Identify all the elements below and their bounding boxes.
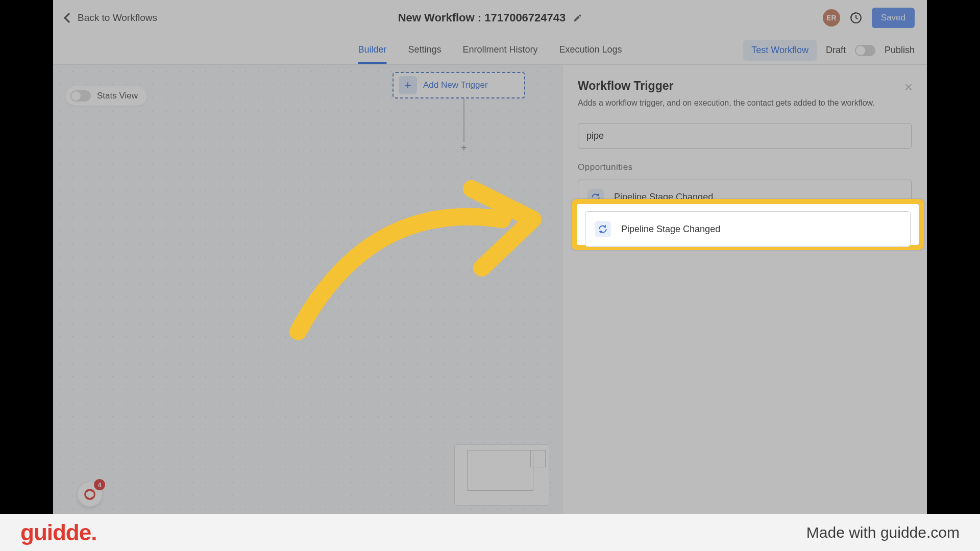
tab-bar: Builder Settings Enrollment History Exec… <box>53 36 927 65</box>
section-opportunities: Opportunities <box>578 162 912 172</box>
notification-badge: 4 <box>94 479 105 490</box>
trigger-option-pipeline-stage-changed[interactable]: Pipeline Stage Changed <box>578 180 912 215</box>
saved-button[interactable]: Saved <box>872 8 915 28</box>
option-label: Pipeline Stage Changed <box>614 192 713 203</box>
trigger-search-input[interactable] <box>578 123 912 149</box>
workflow-title: New Workflow : 1717006724743 <box>398 11 566 24</box>
draft-label: Draft <box>826 45 846 56</box>
edit-title-icon[interactable] <box>573 13 582 22</box>
panel-description: Adds a workflow trigger, and on executio… <box>578 98 912 109</box>
add-new-trigger-node[interactable]: + Add New Trigger <box>393 72 525 98</box>
test-workflow-button[interactable]: Test Workflow <box>743 40 817 61</box>
trigger-panel: Workflow Trigger × Adds a workflow trigg… <box>562 65 927 514</box>
minimap[interactable] <box>454 444 549 506</box>
add-trigger-label: Add New Trigger <box>423 80 488 90</box>
history-icon[interactable] <box>849 11 863 24</box>
tab-settings[interactable]: Settings <box>408 37 441 64</box>
footer: guidde. Made with guidde.com <box>0 514 980 551</box>
refresh-icon <box>587 189 604 206</box>
add-step-plus[interactable]: + <box>460 142 468 154</box>
tabs: Builder Settings Enrollment History Exec… <box>358 37 622 64</box>
plus-icon: + <box>399 76 417 94</box>
panel-title: Workflow Trigger <box>578 79 912 93</box>
help-fab[interactable]: 4 <box>78 482 102 507</box>
tab-execution-logs[interactable]: Execution Logs <box>559 37 622 64</box>
publish-label: Publish <box>885 45 915 56</box>
chevron-left-icon <box>64 13 74 23</box>
stats-toggle-switch[interactable] <box>70 90 91 102</box>
stats-view-toggle[interactable]: Stats View <box>65 86 147 106</box>
close-panel-icon[interactable]: × <box>904 79 913 95</box>
user-avatar[interactable]: ER <box>823 9 840 27</box>
workflow-title-wrap: New Workflow : 1717006724743 <box>398 11 582 24</box>
back-to-workflows-link[interactable]: Back to Workflows <box>65 12 157 23</box>
footer-credit: Made with guidde.com <box>806 524 960 541</box>
tab-enrollment-history[interactable]: Enrollment History <box>462 37 537 64</box>
guidde-logo: guidde. <box>20 520 96 545</box>
tab-builder[interactable]: Builder <box>358 37 386 64</box>
top-bar: Back to Workflows New Workflow : 1717006… <box>53 0 927 36</box>
back-label: Back to Workflows <box>78 12 157 23</box>
publish-toggle[interactable] <box>855 45 875 56</box>
stats-view-label: Stats View <box>97 91 138 101</box>
